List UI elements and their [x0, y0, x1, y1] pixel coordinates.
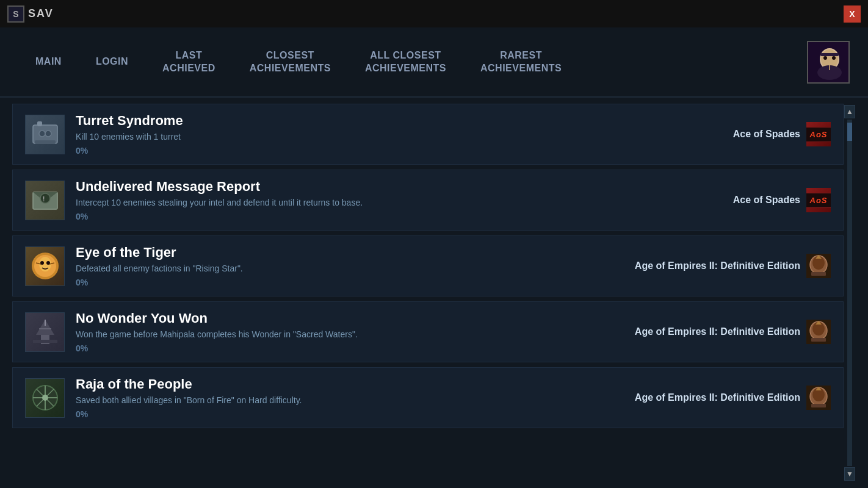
achievement-description: Defeated all enemy factions in "Rising S…	[76, 263, 624, 275]
achievement-percentage: 0%	[76, 278, 624, 287]
achievement-game: Age of Empires II: Definitive Edition	[635, 320, 831, 344]
main-content: Turret Syndrome Kill 10 enemies with 1 t…	[0, 98, 868, 488]
logo-icon: S	[7, 5, 24, 23]
achievement-icon	[25, 378, 65, 418]
svg-rect-37	[811, 338, 826, 342]
achievement-description: Intercept 10 enemies stealing your intel…	[76, 197, 722, 209]
svg-point-4	[832, 56, 836, 60]
achievement-info: No Wonder You Won Won the game before Ma…	[76, 310, 624, 353]
achievement-icon	[25, 246, 65, 286]
achievement-row[interactable]: Eye of the Tiger Defeated all enemy fact…	[12, 235, 844, 296]
svg-rect-31	[33, 340, 57, 343]
achievement-name: Undelivered Message Report	[76, 179, 722, 195]
achievement-info: Eye of the Tiger Defeated all enemy fact…	[76, 245, 624, 287]
achievement-info: Turret Syndrome Kill 10 enemies with 1 t…	[76, 113, 722, 156]
achievement-list: Turret Syndrome Kill 10 enemies with 1 t…	[12, 104, 844, 482]
scroll-thumb[interactable]	[847, 123, 852, 141]
achievement-game: Ace of Spades AoS	[733, 122, 831, 146]
achievement-info: Undelivered Message Report Intercept 10 …	[76, 179, 722, 221]
close-button[interactable]: X	[844, 5, 861, 23]
achievement-row[interactable]: ! Undelivered Message Report Intercept 1…	[12, 170, 844, 231]
game-name: Ace of Spades	[733, 195, 800, 206]
achievement-percentage: 0%	[76, 343, 624, 353]
achievement-game: Age of Empires II: Definitive Edition	[635, 254, 831, 278]
logo-letter: S	[13, 9, 18, 19]
aos-game-tag: AoS	[806, 193, 831, 208]
app-logo: S SAV	[7, 5, 54, 23]
scroll-up-arrow[interactable]: ▲	[844, 105, 855, 118]
nav-item-rarest-achievements[interactable]: RAREST ACHIEVEMENTS	[463, 43, 579, 81]
achievement-row[interactable]: No Wonder You Won Won the game before Ma…	[12, 301, 844, 362]
achievement-name: Eye of the Tiger	[76, 245, 624, 260]
scroll-track	[847, 120, 852, 466]
game-icon	[806, 254, 831, 278]
svg-point-3	[823, 56, 827, 60]
avatar-image	[808, 42, 848, 82]
achievement-name: Turret Syndrome	[76, 113, 722, 129]
nav-item-last-achieved[interactable]: LAST ACHIEVED	[145, 43, 233, 81]
game-name: Age of Empires II: Definitive Edition	[635, 260, 800, 271]
achievement-name: Raja of the People	[76, 376, 624, 392]
game-icon: AoS	[806, 122, 831, 146]
svg-rect-48	[811, 404, 826, 407]
svg-rect-9	[37, 121, 42, 126]
achievement-game: Age of Empires II: Definitive Edition	[635, 386, 831, 410]
nav-items: MAIN LOGIN LAST ACHIEVED CLOSEST ACHIEVE…	[18, 43, 807, 81]
svg-text:!: !	[43, 196, 45, 203]
achievement-icon: !	[25, 181, 65, 220]
achievement-row[interactable]: Raja of the People Saved both allied vil…	[12, 367, 844, 428]
aos-game-tag: AoS	[806, 127, 831, 142]
achievement-description: Saved both allied villages in "Born of F…	[76, 395, 624, 407]
achievement-percentage: 0%	[76, 409, 624, 419]
svg-rect-12	[35, 140, 56, 144]
nav-item-main[interactable]: MAIN	[18, 49, 79, 74]
game-name: Age of Empires II: Definitive Edition	[635, 392, 800, 403]
achievement-description: Won the game before Mahipala completes h…	[76, 329, 624, 341]
app-name: SAV	[28, 7, 54, 20]
achievement-game: Ace of Spades AoS	[733, 188, 831, 212]
achievement-icon	[25, 312, 65, 352]
svg-rect-27	[811, 272, 826, 276]
scrollbar[interactable]: ▲ ▼	[844, 104, 856, 482]
svg-point-15	[40, 193, 50, 203]
svg-point-44	[42, 395, 48, 401]
title-bar: S SAV X	[0, 0, 868, 27]
game-icon	[806, 320, 831, 344]
game-name: Ace of Spades	[733, 129, 800, 140]
achievement-row[interactable]: Turret Syndrome Kill 10 enemies with 1 t…	[12, 104, 844, 165]
achievement-description: Kill 10 enemies with 1 turret	[76, 131, 722, 143]
svg-point-11	[45, 131, 51, 137]
achievement-name: No Wonder You Won	[76, 310, 624, 326]
scroll-down-arrow[interactable]: ▼	[844, 467, 855, 481]
achievement-percentage: 0%	[76, 212, 722, 221]
user-avatar[interactable]	[807, 41, 850, 84]
game-icon: AoS	[806, 188, 831, 212]
achievement-icon	[25, 115, 65, 154]
nav-item-closest-achievements[interactable]: CLOSEST ACHIEVEMENTS	[233, 43, 348, 81]
nav-item-login[interactable]: LOGIN	[79, 49, 145, 74]
game-icon	[806, 386, 831, 410]
game-name: Age of Empires II: Definitive Edition	[635, 326, 800, 337]
achievement-percentage: 0%	[76, 146, 722, 156]
nav-bar: MAIN LOGIN LAST ACHIEVED CLOSEST ACHIEVE…	[0, 27, 868, 98]
svg-point-10	[39, 131, 45, 137]
achievement-info: Raja of the People Saved both allied vil…	[76, 376, 624, 419]
nav-item-all-closest-achievements[interactable]: ALL CLOSEST ACHIEVEMENTS	[348, 43, 463, 81]
svg-rect-5	[820, 53, 839, 56]
